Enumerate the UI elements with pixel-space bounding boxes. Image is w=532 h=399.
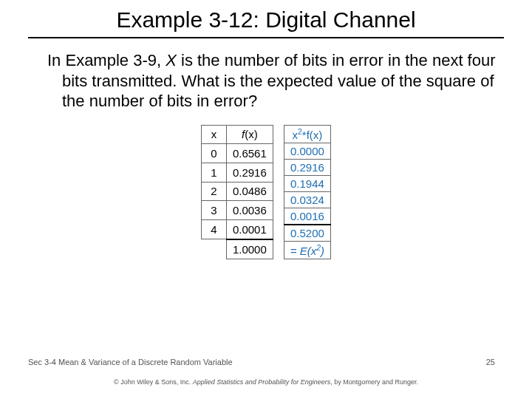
table-row: 00.6561	[201, 144, 273, 163]
table-row: 0.0324	[284, 191, 330, 208]
col-fx-header: f(x)	[226, 125, 273, 144]
col-x-header: x	[201, 125, 226, 144]
table-row: 10.2916	[201, 163, 273, 182]
table-sum-row: 0.5200	[284, 225, 330, 242]
section-label: Sec 3-4 Mean & Variance of a Discrete Ra…	[28, 358, 233, 366]
page-number: 25	[486, 358, 495, 366]
probability-table: x f(x) 00.6561 10.2916 20.0486 30.0036 4…	[201, 125, 273, 259]
table-sum-row: 1.0000	[201, 239, 273, 259]
slide-title: Example 3-12: Digital Channel	[0, 0, 532, 37]
body-lead: In Example 3-9,	[47, 51, 166, 69]
table-row: 0.1944	[284, 175, 330, 191]
x-squared-table: x2*f(x) 0.0000 0.2916 0.1944 0.0324 0.00…	[284, 125, 331, 259]
table-row: 0.0000	[284, 143, 330, 159]
table-row: 40.0001	[201, 219, 273, 239]
col-x2fx-header: x2*f(x)	[284, 125, 330, 143]
table-expectation-row: = E(x2)	[284, 241, 330, 259]
table-row: 0.0016	[284, 208, 330, 225]
copyright-line: © John Wiley & Sons, Inc. Applied Statis…	[0, 378, 532, 386]
body-paragraph: In Example 3-9, X is the number of bits …	[0, 38, 532, 112]
table-row: 0.2916	[284, 159, 330, 175]
table-row: 20.0486	[201, 182, 273, 201]
table-row: 30.0036	[201, 201, 273, 220]
tables-container: x f(x) 00.6561 10.2916 20.0486 30.0036 4…	[0, 125, 532, 259]
variable-x: X	[166, 51, 177, 69]
